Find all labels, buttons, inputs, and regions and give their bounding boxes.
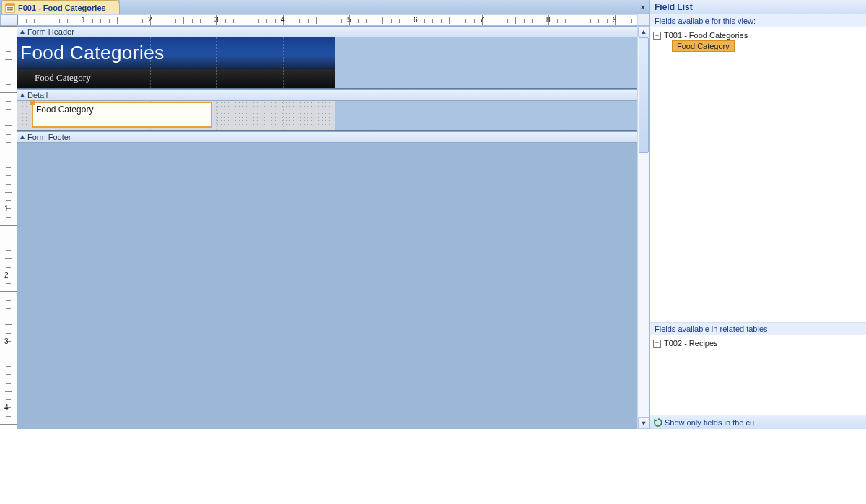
document-tab-title: F001 - Food Categories	[18, 4, 106, 12]
field-list-tree[interactable]: − T001 - Food Categories Food Category	[650, 27, 866, 322]
document-tab[interactable]: F001 - Food Categories	[1, 0, 120, 14]
header-strip: Food Categories Food Category	[17, 37, 335, 88]
scroll-down-button[interactable]: ▼	[638, 417, 650, 429]
bound-field-text: Food Category	[36, 105, 93, 115]
document-tab-bar: F001 - Food Categories ×	[0, 0, 650, 14]
section-label: Form Footer	[27, 133, 71, 141]
bound-textbox-food-category[interactable]: Food Category	[32, 102, 212, 128]
section-handle-icon	[19, 92, 26, 99]
form-header-body[interactable]: Food Categories Food Category	[17, 37, 637, 88]
scroll-up-button[interactable]: ▲	[638, 26, 650, 37]
app-root: F001 - Food Categories × 123456789 1234 …	[0, 0, 866, 429]
svg-rect-1	[6, 4, 14, 6]
form-icon	[5, 3, 15, 13]
field-item-selected[interactable]: Food Category	[672, 40, 735, 52]
section-label: Form Header	[27, 27, 74, 36]
form-design-pane: F001 - Food Categories × 123456789 1234 …	[0, 0, 650, 429]
vertical-scrollbar[interactable]: ▲ ▼	[637, 26, 650, 429]
design-wrap: 1234 Form Header Food Categories Food Ca…	[0, 26, 650, 429]
section-bar-form-footer[interactable]: Form Footer	[17, 131, 637, 143]
form-title-label[interactable]: Food Categories	[20, 42, 165, 64]
section-bar-form-header[interactable]: Form Header	[17, 26, 637, 37]
show-only-fields-link[interactable]: Show only fields in the cu	[665, 418, 754, 427]
horizontal-ruler[interactable]: 123456789	[17, 14, 637, 25]
field-list-related-tree[interactable]: + T002 - Recipes	[650, 335, 866, 415]
scroll-track[interactable]	[638, 37, 650, 417]
field-list-related-label: Fields available in related tables	[650, 322, 866, 335]
vertical-ruler[interactable]: 1234	[0, 26, 17, 429]
detail-body[interactable]: Food Category	[17, 101, 637, 130]
design-surface[interactable]: Form Header Food Categories Food Categor…	[17, 26, 637, 429]
field-list-panel: Field List Fields available for this vie…	[650, 0, 866, 429]
collapse-icon[interactable]: −	[653, 32, 661, 40]
blank-area	[0, 429, 866, 504]
section-bar-detail[interactable]: Detail	[17, 89, 637, 101]
selection-handle[interactable]	[30, 100, 35, 105]
refresh-icon	[653, 417, 663, 428]
ruler-row: 123456789	[0, 14, 650, 26]
field-item-label: Food Category	[677, 42, 730, 50]
section-handle-icon	[19, 28, 26, 35]
scroll-thumb[interactable]	[639, 37, 649, 153]
section-handle-icon	[19, 133, 26, 141]
field-list-footer[interactable]: Show only fields in the cu	[650, 415, 866, 429]
table-node-primary[interactable]: − T001 - Food Categories	[652, 30, 865, 40]
tab-bar-background	[120, 0, 650, 14]
table-node-related[interactable]: + T002 - Recipes	[652, 338, 865, 348]
field-list-title: Field List	[650, 0, 866, 14]
ruler-scroll-spacer	[637, 14, 650, 25]
field-list-available-label: Fields available for this view:	[650, 14, 866, 27]
expand-icon[interactable]: +	[653, 340, 661, 348]
svg-rect-2	[7, 7, 13, 9]
ruler-corner-selector[interactable]	[0, 14, 17, 26]
svg-rect-3	[7, 9, 13, 11]
close-tab-button[interactable]: ×	[641, 0, 645, 14]
table-node-label: T001 - Food Categories	[664, 31, 748, 40]
table-node-label: T002 - Recipes	[664, 339, 718, 348]
column-header-label[interactable]: Food Category	[35, 72, 91, 84]
section-label: Detail	[27, 91, 48, 100]
